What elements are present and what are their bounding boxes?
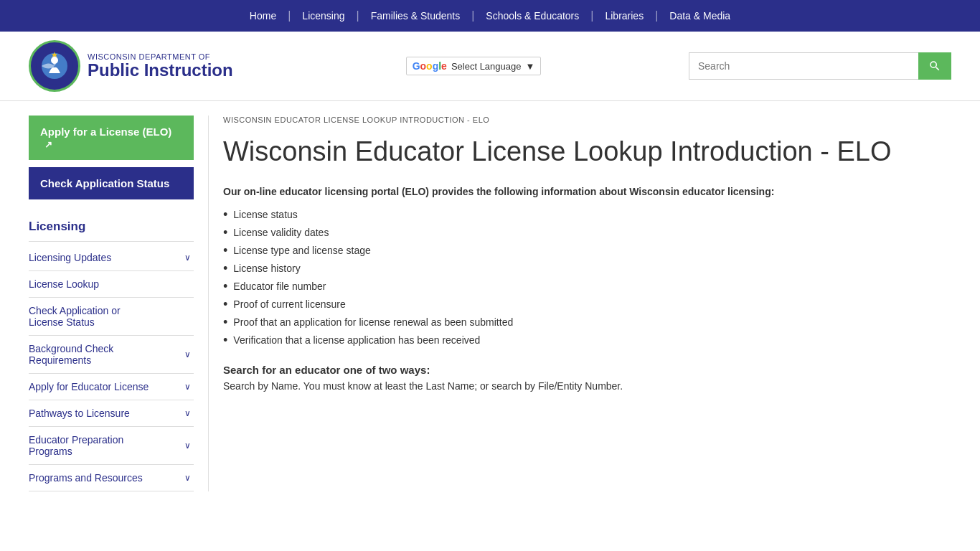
external-link-icon: ↗ [44,139,52,150]
language-selector[interactable]: Google Select Language ▼ [406,57,542,75]
list-item-text: License type and license stage [233,245,370,256]
chevron-icon: ∨ [184,473,191,483]
sidebar-item-license-lookup[interactable]: License Lookup [29,271,194,298]
translate-chevron: ▼ [525,61,534,72]
list-item: Proof that an application for license re… [223,314,937,331]
search-button[interactable] [918,52,951,80]
google-logo: Google [413,60,447,72]
site-header: WISCONSIN DEPARTMENT OF Public Instructi… [0,32,980,101]
search-area [689,52,951,80]
list-item-text: Educator file number [233,281,326,292]
list-item: License type and license stage [223,242,937,260]
sidebar-item-programs-resources[interactable]: Programs and Resources ∨ [29,465,194,491]
chevron-icon: ∨ [184,408,191,418]
nav-libraries[interactable]: Libraries [593,0,655,32]
logo-text: WISCONSIN DEPARTMENT OF Public Instructi… [88,52,233,80]
list-item: License status [223,206,937,224]
nav-licensing[interactable]: Licensing [291,0,356,32]
list-item-text: Proof that an application for license re… [233,316,513,328]
content-wrap: Apply for a License (ELO) ↗ Check Applic… [0,101,980,506]
nav-data[interactable]: Data & Media [658,0,742,32]
search-input[interactable] [689,52,918,80]
search-ways-title: Search for an educator one of two ways: [223,364,937,376]
sidebar-item-label: Educator PreparationPrograms [29,434,123,457]
sidebar-item-background-check[interactable]: Background CheckRequirements ∨ [29,336,194,374]
sidebar-item-check-application[interactable]: Check Application orLicense Status [29,298,194,336]
sidebar-item-label: Apply for Educator License [29,381,149,392]
list-item-text: License status [233,209,298,220]
sidebar-item-label: Background CheckRequirements [29,343,113,366]
sidebar-item-educator-prep[interactable]: Educator PreparationPrograms ∨ [29,427,194,465]
logo-bottom-line: Public Instruction [88,61,233,80]
chevron-icon: ∨ [184,441,191,451]
nav-home[interactable]: Home [238,0,288,32]
sidebar: Apply for a License (ELO) ↗ Check Applic… [29,116,194,491]
chevron-icon: ∨ [184,349,191,359]
list-item-text: License validity dates [233,227,329,238]
list-item: Proof of current licensure [223,296,937,314]
nav-families[interactable]: Families & Students [359,0,472,32]
list-item-text: Verification that a license application … [233,334,480,346]
sidebar-item-label: Licensing Updates [29,252,111,263]
logo-area: WISCONSIN DEPARTMENT OF Public Instructi… [29,40,258,92]
top-navigation: Home | Licensing | Families & Students |… [0,0,980,32]
nav-schools[interactable]: Schools & Educators [474,0,590,32]
list-item: License validity dates [223,224,937,242]
logo-icon [29,40,80,92]
search-icon [928,60,941,72]
sidebar-item-licensing-updates[interactable]: Licensing Updates ∨ [29,245,194,271]
sidebar-item-pathways[interactable]: Pathways to Licensure ∨ [29,400,194,427]
sidebar-section-title: Licensing [29,212,194,242]
breadcrumb: WISCONSIN EDUCATOR LICENSE LOOKUP INTROD… [223,116,937,124]
list-item: License history [223,260,937,278]
sidebar-item-apply-educator[interactable]: Apply for Educator License ∨ [29,374,194,400]
chevron-icon: ∨ [184,253,191,263]
list-item-text: Proof of current licensure [233,298,345,310]
list-item: Verification that a license application … [223,331,937,349]
sidebar-item-label: Programs and Resources [29,472,143,484]
list-item-text: License history [233,263,300,274]
svg-point-2 [51,57,58,64]
bullet-list: License status License validity dates Li… [223,206,937,349]
sidebar-item-label: Pathways to Licensure [29,408,130,419]
search-ways-desc: Search by Name. You must know at least t… [223,380,937,392]
sidebar-item-label: License Lookup [29,278,99,290]
main-content: WISCONSIN EDUCATOR LICENSE LOOKUP INTROD… [208,116,951,491]
page-title: Wisconsin Educator License Lookup Introd… [223,136,937,169]
header-middle: Google Select Language ▼ [258,57,689,75]
apply-license-button[interactable]: Apply for a License (ELO) ↗ [29,116,194,160]
check-application-button[interactable]: Check Application Status [29,167,194,199]
sidebar-item-label: Check Application orLicense Status [29,305,121,328]
logo-top-line: WISCONSIN DEPARTMENT OF [88,52,233,61]
list-item: Educator file number [223,278,937,296]
chevron-icon: ∨ [184,382,191,392]
intro-text: Our on-line educator licensing portal (E… [223,186,937,197]
translate-label: Select Language [451,61,522,72]
